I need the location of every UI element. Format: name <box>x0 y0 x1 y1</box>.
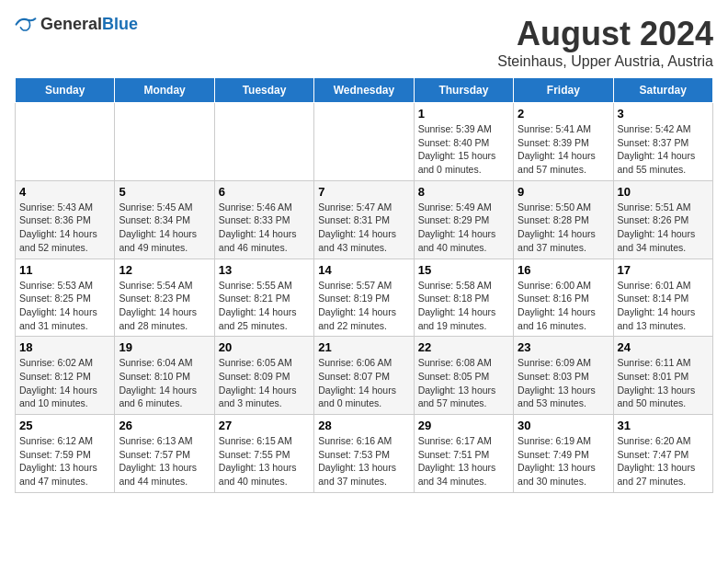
col-header-sunday: Sunday <box>16 78 115 103</box>
header: GeneralBlue August 2024 Steinhaus, Upper… <box>15 15 713 70</box>
day-detail: Sunrise: 5:42 AMSunset: 8:37 PMDaylight:… <box>618 122 709 177</box>
main-title: August 2024 <box>497 15 713 53</box>
day-number: 1 <box>418 107 509 121</box>
col-header-saturday: Saturday <box>613 78 712 103</box>
day-number: 21 <box>318 340 409 354</box>
week-row-4: 18Sunrise: 6:02 AMSunset: 8:12 PMDayligh… <box>16 337 713 415</box>
logo-bird-icon <box>15 16 37 34</box>
day-cell: 1Sunrise: 5:39 AMSunset: 8:40 PMDaylight… <box>414 103 513 181</box>
week-row-3: 11Sunrise: 5:53 AMSunset: 8:25 PMDayligh… <box>16 259 713 337</box>
day-cell: 19Sunrise: 6:04 AMSunset: 8:10 PMDayligh… <box>115 337 214 415</box>
calendar-table: SundayMondayTuesdayWednesdayThursdayFrid… <box>15 77 713 493</box>
day-number: 6 <box>219 185 310 199</box>
day-cell <box>214 103 313 181</box>
day-detail: Sunrise: 5:57 AMSunset: 8:19 PMDaylight:… <box>318 279 409 333</box>
day-cell: 13Sunrise: 5:55 AMSunset: 8:21 PMDayligh… <box>214 259 313 337</box>
day-detail: Sunrise: 6:00 AMSunset: 8:16 PMDaylight:… <box>518 279 609 333</box>
day-cell: 21Sunrise: 6:06 AMSunset: 8:07 PMDayligh… <box>314 337 414 415</box>
day-detail: Sunrise: 6:11 AMSunset: 8:01 PMDaylight:… <box>618 356 709 410</box>
day-number: 8 <box>418 185 509 199</box>
day-cell: 17Sunrise: 6:01 AMSunset: 8:14 PMDayligh… <box>613 259 712 337</box>
logo: GeneralBlue <box>15 15 138 34</box>
day-detail: Sunrise: 5:43 AMSunset: 8:36 PMDaylight:… <box>19 201 110 255</box>
header-row: SundayMondayTuesdayWednesdayThursdayFrid… <box>16 78 713 103</box>
day-cell: 15Sunrise: 5:58 AMSunset: 8:18 PMDayligh… <box>414 259 513 337</box>
day-cell: 28Sunrise: 6:16 AMSunset: 7:53 PMDayligh… <box>314 415 414 493</box>
day-number: 29 <box>418 419 509 432</box>
day-cell: 16Sunrise: 6:00 AMSunset: 8:16 PMDayligh… <box>514 259 613 337</box>
day-detail: Sunrise: 5:54 AMSunset: 8:23 PMDaylight:… <box>119 279 210 333</box>
day-cell: 22Sunrise: 6:08 AMSunset: 8:05 PMDayligh… <box>414 337 513 415</box>
day-number: 14 <box>318 263 409 277</box>
day-cell: 31Sunrise: 6:20 AMSunset: 7:47 PMDayligh… <box>613 415 712 493</box>
day-number: 19 <box>119 340 210 354</box>
day-detail: Sunrise: 5:45 AMSunset: 8:34 PMDaylight:… <box>119 201 210 255</box>
day-number: 18 <box>19 340 110 354</box>
day-number: 9 <box>518 185 609 199</box>
day-cell <box>115 103 214 181</box>
day-cell: 10Sunrise: 5:51 AMSunset: 8:26 PMDayligh… <box>613 180 712 259</box>
day-number: 2 <box>518 107 609 121</box>
day-number: 28 <box>318 419 409 432</box>
day-cell <box>16 103 115 181</box>
day-detail: Sunrise: 6:08 AMSunset: 8:05 PMDaylight:… <box>418 356 509 410</box>
day-number: 5 <box>119 185 210 199</box>
week-row-2: 4Sunrise: 5:43 AMSunset: 8:36 PMDaylight… <box>16 180 713 259</box>
day-number: 24 <box>618 340 709 354</box>
day-cell: 27Sunrise: 6:15 AMSunset: 7:55 PMDayligh… <box>214 415 313 493</box>
day-number: 22 <box>418 340 509 354</box>
day-detail: Sunrise: 6:15 AMSunset: 7:55 PMDaylight:… <box>219 434 310 488</box>
title-area: August 2024 Steinhaus, Upper Austria, Au… <box>497 15 713 70</box>
day-detail: Sunrise: 6:13 AMSunset: 7:57 PMDaylight:… <box>119 434 210 488</box>
col-header-friday: Friday <box>514 78 613 103</box>
day-number: 7 <box>318 185 409 199</box>
day-cell: 3Sunrise: 5:42 AMSunset: 8:37 PMDaylight… <box>613 103 712 181</box>
day-number: 10 <box>618 185 709 199</box>
day-cell: 8Sunrise: 5:49 AMSunset: 8:29 PMDaylight… <box>414 180 513 259</box>
day-number: 25 <box>19 419 110 432</box>
day-cell: 5Sunrise: 5:45 AMSunset: 8:34 PMDaylight… <box>115 180 214 259</box>
subtitle: Steinhaus, Upper Austria, Austria <box>497 53 713 70</box>
day-detail: Sunrise: 6:20 AMSunset: 7:47 PMDaylight:… <box>618 434 709 488</box>
day-detail: Sunrise: 5:46 AMSunset: 8:33 PMDaylight:… <box>219 201 310 255</box>
day-detail: Sunrise: 6:09 AMSunset: 8:03 PMDaylight:… <box>518 356 609 410</box>
day-number: 15 <box>418 263 509 277</box>
day-detail: Sunrise: 6:02 AMSunset: 8:12 PMDaylight:… <box>19 356 110 410</box>
logo-text: GeneralBlue <box>40 15 138 34</box>
day-number: 13 <box>219 263 310 277</box>
week-row-1: 1Sunrise: 5:39 AMSunset: 8:40 PMDaylight… <box>16 103 713 181</box>
day-detail: Sunrise: 5:41 AMSunset: 8:39 PMDaylight:… <box>518 122 609 177</box>
day-cell: 30Sunrise: 6:19 AMSunset: 7:49 PMDayligh… <box>514 415 613 493</box>
day-detail: Sunrise: 5:55 AMSunset: 8:21 PMDaylight:… <box>219 279 310 333</box>
day-number: 11 <box>19 263 110 277</box>
day-cell: 12Sunrise: 5:54 AMSunset: 8:23 PMDayligh… <box>115 259 214 337</box>
day-detail: Sunrise: 6:01 AMSunset: 8:14 PMDaylight:… <box>618 279 709 333</box>
col-header-wednesday: Wednesday <box>314 78 414 103</box>
day-cell: 23Sunrise: 6:09 AMSunset: 8:03 PMDayligh… <box>514 337 613 415</box>
day-detail: Sunrise: 5:58 AMSunset: 8:18 PMDaylight:… <box>418 279 509 333</box>
day-number: 3 <box>618 107 709 121</box>
day-cell: 7Sunrise: 5:47 AMSunset: 8:31 PMDaylight… <box>314 180 414 259</box>
day-detail: Sunrise: 5:49 AMSunset: 8:29 PMDaylight:… <box>418 201 509 255</box>
day-detail: Sunrise: 5:47 AMSunset: 8:31 PMDaylight:… <box>318 201 409 255</box>
day-detail: Sunrise: 5:53 AMSunset: 8:25 PMDaylight:… <box>19 279 110 333</box>
day-detail: Sunrise: 6:05 AMSunset: 8:09 PMDaylight:… <box>219 356 310 410</box>
day-detail: Sunrise: 6:17 AMSunset: 7:51 PMDaylight:… <box>418 434 509 488</box>
day-detail: Sunrise: 6:04 AMSunset: 8:10 PMDaylight:… <box>119 356 210 410</box>
day-number: 27 <box>219 419 310 432</box>
day-cell: 6Sunrise: 5:46 AMSunset: 8:33 PMDaylight… <box>214 180 313 259</box>
day-detail: Sunrise: 5:50 AMSunset: 8:28 PMDaylight:… <box>518 201 609 255</box>
day-cell: 4Sunrise: 5:43 AMSunset: 8:36 PMDaylight… <box>16 180 115 259</box>
day-cell <box>314 103 414 181</box>
day-number: 16 <box>518 263 609 277</box>
day-number: 20 <box>219 340 310 354</box>
day-number: 31 <box>618 419 709 432</box>
day-number: 12 <box>119 263 210 277</box>
day-detail: Sunrise: 6:12 AMSunset: 7:59 PMDaylight:… <box>19 434 110 488</box>
day-number: 4 <box>19 185 110 199</box>
day-number: 26 <box>119 419 210 432</box>
col-header-monday: Monday <box>115 78 214 103</box>
day-cell: 26Sunrise: 6:13 AMSunset: 7:57 PMDayligh… <box>115 415 214 493</box>
day-cell: 2Sunrise: 5:41 AMSunset: 8:39 PMDaylight… <box>514 103 613 181</box>
day-cell: 18Sunrise: 6:02 AMSunset: 8:12 PMDayligh… <box>16 337 115 415</box>
